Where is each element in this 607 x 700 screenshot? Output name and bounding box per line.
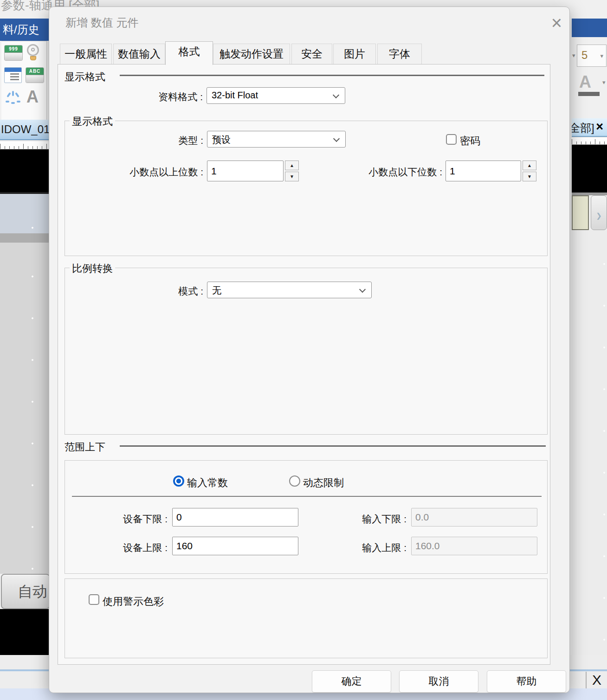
canvas-black-left xyxy=(0,149,51,192)
canvas-black-right xyxy=(572,145,607,193)
list-tool-button[interactable] xyxy=(4,67,24,86)
chevron-down-icon xyxy=(333,92,339,98)
cancel-button[interactable]: 取消 xyxy=(399,670,478,693)
chevron-down-icon: ▾ xyxy=(602,79,606,86)
spin-down-button[interactable]: ▼ xyxy=(285,172,299,181)
chevron-down-icon[interactable]: ▾ xyxy=(572,52,575,59)
tab-page-format: 显示格式 资料格式 : 32-bit Float 显示格式 类型 : 预设 密码… xyxy=(58,64,550,665)
canvas-gray-band xyxy=(0,233,51,243)
font-color-letter: A xyxy=(579,72,591,92)
ascii-display-tool-button[interactable]: ABC xyxy=(26,67,45,86)
spin-up-button[interactable]: ▲ xyxy=(523,161,536,170)
tab-close-icon[interactable]: × xyxy=(596,120,603,134)
font-size-dropdown[interactable]: 5 ▾ xyxy=(577,45,607,67)
canvas-gray-area xyxy=(0,243,51,574)
spin-up-button[interactable]: ▲ xyxy=(285,161,299,170)
type-label: 类型 : xyxy=(65,134,203,147)
type-value: 预设 xyxy=(212,134,231,146)
tab-format[interactable]: 格式 xyxy=(165,41,213,65)
warning-color-checkbox[interactable] xyxy=(89,594,99,605)
dialog-title: 新增 数值 元件 xyxy=(65,15,138,30)
toolbox-panel: 999 ABC A xyxy=(1,41,47,121)
canvas-beige-element xyxy=(572,195,589,230)
font-size-value: 5 xyxy=(581,49,588,62)
help-button[interactable]: 帮助 xyxy=(487,670,566,693)
digits-right-input[interactable] xyxy=(446,161,521,181)
digits-right-spinner: ▲ ▼ xyxy=(446,161,538,181)
radio-input-constant[interactable] xyxy=(173,475,184,487)
auto-button-element[interactable]: 自动 xyxy=(1,574,50,609)
data-format-value: 32-bit Float xyxy=(212,90,258,101)
input-high-label: 输入上限 : xyxy=(304,541,407,554)
digits-left-label: 小数点以上位数 : xyxy=(65,166,203,179)
canvas-black-left-lower xyxy=(0,609,51,655)
dialog-close-icon[interactable]: × xyxy=(551,13,562,32)
tab-font[interactable]: 字体 xyxy=(377,44,422,64)
tab-picture[interactable]: 图片 xyxy=(333,44,376,64)
group-display-format-legend: 显示格式 xyxy=(70,115,115,128)
section-header-display-format: 显示格式 xyxy=(65,70,105,84)
letter-a-icon: A xyxy=(26,89,46,105)
mode-label: 模式 : xyxy=(65,285,203,298)
tab-security[interactable]: 安全 xyxy=(291,44,332,64)
spin-down-button[interactable]: ▼ xyxy=(523,172,536,181)
spark-icon xyxy=(4,90,22,106)
panel-close-x[interactable]: X xyxy=(592,672,601,688)
data-format-label: 资料格式 : xyxy=(58,90,203,103)
section-header-range: 范围上下 xyxy=(65,440,105,454)
group-scale-legend: 比例转换 xyxy=(70,262,115,276)
screen: 参数-轴通用 [全部] 料/历史 999 ABC A IDOW_01 自动 xyxy=(0,0,607,700)
horizontal-ruler-left xyxy=(0,141,51,149)
input-low-field xyxy=(411,508,537,527)
lamp-tool-button[interactable] xyxy=(26,44,45,63)
chevron-down-icon: ▾ xyxy=(600,52,603,59)
section-rule xyxy=(120,75,544,76)
statusbar-separator xyxy=(586,672,587,689)
type-combobox[interactable]: 预设 xyxy=(207,131,346,148)
spark-tool-button[interactable] xyxy=(4,90,24,109)
chevron-down-icon xyxy=(359,286,366,293)
abc-icon: ABC xyxy=(26,67,44,83)
mode-combobox[interactable]: 无 xyxy=(207,282,372,298)
bulb-icon xyxy=(26,44,41,61)
range-separator xyxy=(72,496,542,497)
input-high-field xyxy=(411,537,537,555)
password-checkbox[interactable] xyxy=(446,134,457,145)
canvas-bluegray-area xyxy=(0,194,51,233)
digits-right-label: 小数点以下位数 : xyxy=(304,166,442,179)
device-low-input[interactable] xyxy=(172,508,298,527)
horizontal-ruler-right xyxy=(572,137,607,145)
window-tab[interactable]: IDOW_01 xyxy=(0,120,51,140)
numeric-display-tool-button[interactable]: 999 xyxy=(4,45,24,64)
radio-input-constant-label[interactable]: 输入常数 xyxy=(187,476,228,490)
dialog-new-numeric-element: 新增 数值 元件 × 一般属性 数值输入 格式 触发动作设置 安全 图片 字体 … xyxy=(49,6,570,693)
device-low-label: 设备下限 : xyxy=(65,513,168,526)
numeric-999-icon: 999 xyxy=(4,45,23,61)
group-scale-conversion: 比例转换 模式 : 无 xyxy=(65,268,548,435)
tab-trigger-action[interactable]: 触发动作设置 xyxy=(213,44,290,64)
right-panel-area xyxy=(572,230,607,655)
chevron-down-icon xyxy=(333,135,340,142)
text-tool-button[interactable]: A xyxy=(26,89,46,107)
group-display-format: 显示格式 类型 : 预设 密码 小数点以上位数 : ▲ ▼ 小数点以下位数 : xyxy=(65,121,548,256)
section-rule xyxy=(120,445,546,447)
editor-tab-right-fragment[interactable]: 全部] × xyxy=(572,118,607,137)
radio-dynamic-limit-label[interactable]: 动态限制 xyxy=(303,476,344,490)
editor-tab-label: 全部] xyxy=(572,121,594,135)
warning-color-box: 使用警示色彩 xyxy=(65,578,548,658)
font-color-button[interactable]: A ▾ xyxy=(578,72,602,96)
ok-button[interactable]: 确定 xyxy=(312,670,391,693)
device-high-label: 设备上限 : xyxy=(65,541,168,554)
tab-numeric-input[interactable]: 数值输入 xyxy=(113,44,165,64)
warning-color-label: 使用警示色彩 xyxy=(103,595,164,609)
input-low-label: 输入下限 : xyxy=(304,513,407,526)
canvas-button-element[interactable]: ❯ xyxy=(591,195,607,230)
password-label: 密码 xyxy=(460,134,480,148)
radio-dynamic-limit[interactable] xyxy=(289,475,300,487)
digits-left-input[interactable] xyxy=(207,161,284,181)
device-high-input[interactable] xyxy=(172,537,298,555)
sidebar-tab-history[interactable]: 料/历史 xyxy=(0,19,51,41)
tab-general[interactable]: 一般属性 xyxy=(60,44,112,64)
data-format-combobox[interactable]: 32-bit Float xyxy=(207,87,345,104)
range-box: 输入常数 动态限制 设备下限 : 输入下限 : 设备上限 : 输入上限 : xyxy=(65,460,548,574)
